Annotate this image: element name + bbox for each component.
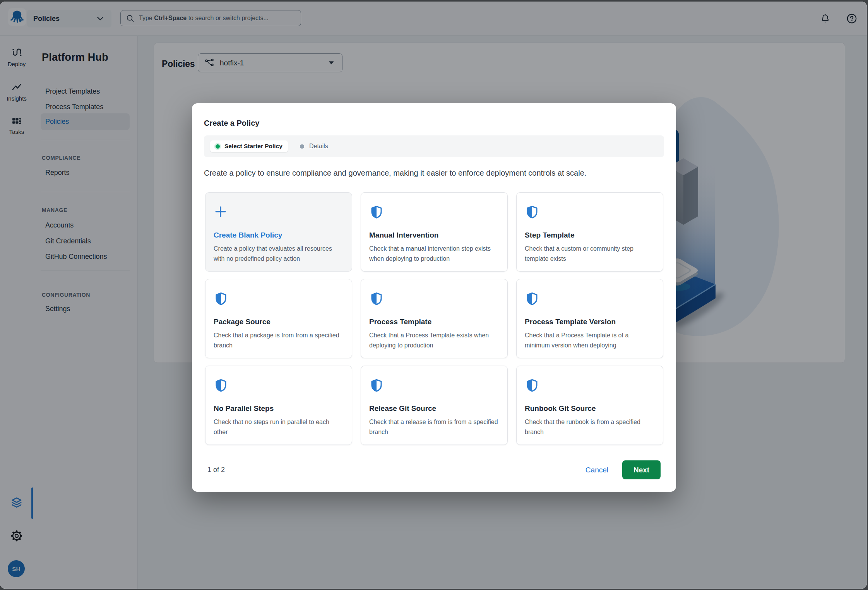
- card-title: Create Blank Policy: [214, 231, 343, 239]
- shield-icon: [214, 378, 228, 393]
- card-title: Step Template: [525, 231, 654, 239]
- card-description: Check that a package is from from a spec…: [214, 330, 343, 350]
- card-title: Package Source: [214, 318, 343, 326]
- card-process-template-version[interactable]: Process Template Version Check that a Pr…: [516, 279, 663, 358]
- create-policy-modal: Create a Policy Select Starter Policy De…: [192, 103, 676, 492]
- card-description: Check that a release is from is from a s…: [369, 417, 499, 437]
- card-runbook-git-source[interactable]: Runbook Git Source Check that the runboo…: [516, 366, 663, 445]
- card-description: Create a policy that evaluates all resou…: [214, 244, 343, 263]
- step-upcoming-dot: [300, 144, 304, 149]
- stepper: Select Starter Policy Details: [204, 135, 664, 157]
- card-description: Check that a custom or community step te…: [525, 244, 654, 263]
- card-title: Process Template Version: [525, 318, 654, 326]
- page-indicator: 1 of 2: [207, 466, 225, 474]
- card-title: Process Template: [369, 318, 499, 326]
- card-description: Check that a Process Template is of a mi…: [525, 330, 654, 350]
- step-label: Details: [309, 143, 328, 150]
- card-description: Check that the runbook is from a specifi…: [525, 417, 654, 437]
- shield-icon: [369, 378, 384, 393]
- plus-icon: [214, 205, 228, 219]
- step-select-starter-policy[interactable]: Select Starter Policy: [210, 140, 288, 152]
- card-step-template[interactable]: Step Template Check that a custom or com…: [516, 192, 663, 272]
- starter-policy-grid: Create Blank Policy Create a policy that…: [205, 192, 663, 445]
- shield-icon: [369, 205, 384, 220]
- cancel-button[interactable]: Cancel: [586, 466, 608, 474]
- card-process-template[interactable]: Process Template Check that a Process Te…: [361, 279, 508, 358]
- card-title: Runbook Git Source: [525, 404, 654, 413]
- app-window: Policies Type Ctrl+Space to search or sw…: [0, 2, 867, 589]
- card-description: Check that a Process Template exists whe…: [369, 330, 499, 350]
- card-title: No Parallel Steps: [214, 404, 343, 413]
- card-title: Manual Intervention: [369, 231, 499, 239]
- modal-description: Create a policy to ensure compliance and…: [204, 169, 586, 178]
- shield-icon: [525, 291, 539, 307]
- shield-icon: [214, 291, 228, 307]
- shield-icon: [525, 205, 539, 220]
- card-create-blank-policy[interactable]: Create Blank Policy Create a policy that…: [205, 192, 352, 272]
- step-label: Select Starter Policy: [224, 143, 282, 150]
- modal-title: Create a Policy: [204, 119, 259, 128]
- card-package-source[interactable]: Package Source Check that a package is f…: [205, 279, 352, 358]
- step-active-dot: [216, 144, 220, 149]
- card-release-git-source[interactable]: Release Git Source Check that a release …: [361, 366, 508, 445]
- next-button[interactable]: Next: [622, 460, 661, 479]
- card-description: Check that a manual intervention step ex…: [369, 244, 499, 263]
- card-description: Check that no steps run in parallel to e…: [214, 417, 343, 437]
- card-title: Release Git Source: [369, 404, 499, 413]
- step-details[interactable]: Details: [300, 143, 328, 150]
- card-manual-intervention[interactable]: Manual Intervention Check that a manual …: [361, 192, 508, 272]
- shield-icon: [369, 291, 384, 307]
- card-no-parallel-steps[interactable]: No Parallel Steps Check that no steps ru…: [205, 366, 352, 445]
- modal-footer: 1 of 2 Cancel Next: [207, 460, 661, 479]
- shield-icon: [525, 378, 539, 393]
